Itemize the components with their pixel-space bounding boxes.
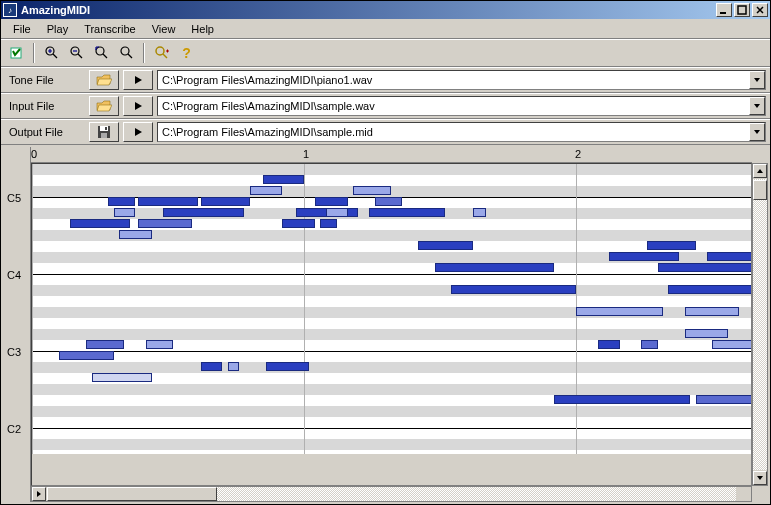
midi-note[interactable] — [641, 340, 657, 349]
midi-note[interactable] — [375, 197, 402, 206]
transcribe-button[interactable] — [5, 42, 28, 64]
zoom-reset-button[interactable] — [115, 42, 138, 64]
toolbar-separator — [33, 43, 35, 63]
midi-note[interactable] — [282, 219, 315, 228]
midi-note[interactable] — [263, 175, 304, 184]
zoom-out-button[interactable] — [65, 42, 88, 64]
midi-note[interactable] — [138, 197, 198, 206]
zoom-fit-button[interactable] — [90, 42, 113, 64]
minimize-button[interactable] — [716, 3, 732, 17]
help-icon: ? — [182, 45, 191, 61]
midi-note[interactable] — [163, 208, 245, 217]
tone-file-label: Tone File — [5, 74, 85, 86]
midi-note[interactable] — [647, 241, 696, 250]
menu-transcribe[interactable]: Transcribe — [76, 21, 144, 37]
midi-note[interactable] — [138, 219, 192, 228]
midi-note[interactable] — [685, 307, 739, 316]
midi-note[interactable] — [685, 329, 729, 338]
maximize-button[interactable] — [734, 3, 750, 17]
tone-file-combo[interactable]: C:\Program Files\AmazingMIDI\piano1.wav — [157, 70, 766, 90]
scroll-corner — [3, 486, 31, 502]
midi-note[interactable] — [576, 307, 663, 316]
midi-note[interactable] — [92, 373, 152, 382]
menu-play[interactable]: Play — [39, 21, 76, 37]
key-labels: C5C4C3C2 — [3, 163, 31, 486]
midi-note[interactable] — [712, 340, 752, 349]
midi-note[interactable] — [658, 263, 752, 272]
app-window: ♪ AmazingMIDI File Play Transcribe View … — [0, 0, 771, 505]
midi-note[interactable] — [59, 351, 113, 360]
midi-note[interactable] — [146, 340, 173, 349]
help-button[interactable]: ? — [175, 42, 198, 64]
midi-note[interactable] — [707, 252, 752, 261]
midi-note[interactable] — [250, 186, 283, 195]
key-label: C5 — [7, 192, 21, 204]
key-label: C3 — [7, 346, 21, 358]
time-ruler[interactable]: 012 — [31, 147, 752, 163]
input-file-value: C:\Program Files\AmazingMIDI\sample.wav — [162, 100, 375, 112]
svg-rect-1 — [738, 6, 746, 14]
midi-note[interactable] — [119, 230, 152, 239]
midi-note[interactable] — [201, 362, 223, 371]
midi-note[interactable] — [114, 208, 136, 217]
horizontal-scrollbar[interactable] — [31, 486, 752, 502]
svg-point-7 — [156, 47, 164, 55]
midi-note[interactable] — [451, 285, 576, 294]
close-button[interactable] — [752, 3, 768, 17]
midi-note[interactable] — [315, 197, 348, 206]
midi-note[interactable] — [86, 340, 124, 349]
output-file-play-button[interactable] — [123, 122, 153, 142]
midi-note[interactable] — [435, 263, 555, 272]
midi-note[interactable] — [108, 197, 135, 206]
scroll-up-button[interactable] — [753, 164, 767, 178]
input-file-combo[interactable]: C:\Program Files\AmazingMIDI\sample.wav — [157, 96, 766, 116]
midi-note[interactable] — [353, 186, 391, 195]
tone-file-browse-button[interactable] — [89, 70, 119, 90]
scroll-thumb[interactable] — [753, 180, 767, 200]
midi-note[interactable] — [598, 340, 620, 349]
app-icon: ♪ — [3, 3, 17, 17]
chevron-down-icon[interactable] — [749, 97, 765, 115]
midi-note[interactable] — [554, 395, 690, 404]
find-button[interactable] — [150, 42, 173, 64]
titlebar: ♪ AmazingMIDI — [1, 1, 770, 19]
piano-roll[interactable] — [31, 163, 752, 486]
midi-note[interactable] — [266, 362, 310, 371]
window-title: AmazingMIDI — [21, 4, 714, 16]
scroll-thumb[interactable] — [47, 487, 217, 501]
chevron-down-icon[interactable] — [749, 123, 765, 141]
menu-file[interactable]: File — [5, 21, 39, 37]
midi-note[interactable] — [418, 241, 472, 250]
menu-help[interactable]: Help — [183, 21, 222, 37]
midi-note[interactable] — [369, 208, 445, 217]
output-file-row: Output File C:\Program Files\AmazingMIDI… — [1, 119, 770, 145]
scroll-right-button[interactable] — [32, 487, 46, 501]
input-file-browse-button[interactable] — [89, 96, 119, 116]
input-file-play-button[interactable] — [123, 96, 153, 116]
output-file-combo[interactable]: C:\Program Files\AmazingMIDI\sample.mid — [157, 122, 766, 142]
input-file-row: Input File C:\Program Files\AmazingMIDI\… — [1, 93, 770, 119]
midi-note[interactable] — [696, 395, 752, 404]
output-file-save-button[interactable] — [89, 122, 119, 142]
svg-point-5 — [96, 47, 104, 55]
midi-note[interactable] — [228, 362, 239, 371]
midi-note[interactable] — [473, 208, 487, 217]
zoom-in-button[interactable] — [40, 42, 63, 64]
chevron-down-icon[interactable] — [749, 71, 765, 89]
output-file-value: C:\Program Files\AmazingMIDI\sample.mid — [162, 126, 373, 138]
ruler-tick: 1 — [303, 148, 309, 160]
input-file-label: Input File — [5, 100, 85, 112]
ruler-tick: 2 — [575, 148, 581, 160]
midi-note[interactable] — [326, 208, 348, 217]
vertical-scrollbar[interactable] — [752, 163, 768, 486]
menu-view[interactable]: View — [144, 21, 184, 37]
output-file-label: Output File — [5, 126, 85, 138]
midi-note[interactable] — [70, 219, 130, 228]
midi-note[interactable] — [320, 219, 336, 228]
midi-note[interactable] — [609, 252, 680, 261]
midi-note[interactable] — [201, 197, 250, 206]
midi-note[interactable] — [668, 285, 752, 294]
time-ruler-row: 012 — [3, 147, 768, 163]
tone-file-play-button[interactable] — [123, 70, 153, 90]
scroll-down-button[interactable] — [753, 471, 767, 485]
